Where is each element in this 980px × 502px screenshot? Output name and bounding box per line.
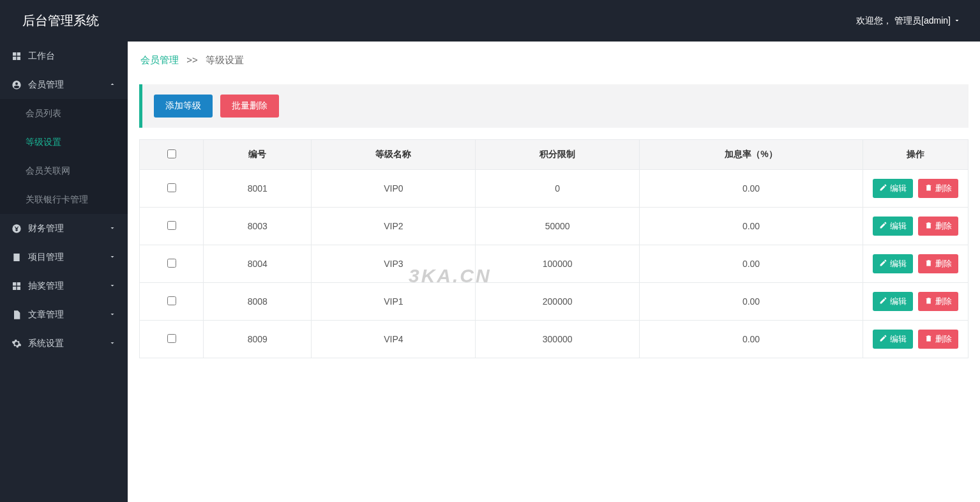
cell-name: VIP3 bbox=[312, 245, 476, 283]
cell-name: VIP1 bbox=[312, 283, 476, 321]
delete-button[interactable]: 删除 bbox=[918, 330, 958, 349]
user-circle-icon bbox=[11, 80, 22, 90]
sidebar-label: 项目管理 bbox=[28, 252, 64, 263]
cell-id: 8004 bbox=[204, 245, 312, 283]
table-row: 8001VIP000.00编辑删除 bbox=[140, 170, 969, 208]
edit-button[interactable]: 编辑 bbox=[873, 217, 913, 236]
edit-icon bbox=[879, 259, 887, 269]
clipboard-icon bbox=[11, 252, 22, 262]
trash-icon bbox=[924, 259, 933, 269]
cell-points: 200000 bbox=[476, 283, 640, 321]
table-row: 8008VIP12000000.00编辑删除 bbox=[140, 283, 969, 321]
chevron-down-icon bbox=[109, 338, 116, 349]
sidebar: 工作台 会员管理 会员列表 等级设置 会员关联网 关联银行卡管理 财务管理 bbox=[0, 42, 128, 502]
sidebar-label: 系统设置 bbox=[28, 338, 64, 349]
cell-points: 0 bbox=[476, 170, 640, 208]
breadcrumb: 会员管理 >> 等级设置 bbox=[128, 42, 980, 73]
th-rate: 加息率（%） bbox=[640, 140, 863, 170]
breadcrumb-current: 等级设置 bbox=[206, 54, 244, 65]
edit-button[interactable]: 编辑 bbox=[873, 330, 913, 349]
cell-name: VIP4 bbox=[312, 321, 476, 358]
breadcrumb-sep: >> bbox=[186, 54, 198, 65]
trash-icon bbox=[924, 296, 933, 307]
sidebar-subitem-bankcard[interactable]: 关联银行卡管理 bbox=[0, 185, 128, 214]
gift-icon bbox=[11, 281, 22, 291]
sidebar-label: 财务管理 bbox=[28, 223, 64, 234]
cell-rate: 0.00 bbox=[640, 283, 863, 321]
edit-icon bbox=[879, 183, 887, 194]
cell-id: 8001 bbox=[204, 170, 312, 208]
sidebar-item-member[interactable]: 会员管理 bbox=[0, 70, 128, 99]
sidebar-subitem-level-setting[interactable]: 等级设置 bbox=[0, 128, 128, 156]
toolbar: 添加等级 批量删除 bbox=[139, 84, 969, 128]
sidebar-item-finance[interactable]: 财务管理 bbox=[0, 214, 128, 243]
grid-icon bbox=[11, 51, 22, 61]
sidebar-label: 会员管理 bbox=[28, 79, 64, 91]
chevron-down-icon bbox=[109, 252, 116, 262]
cell-rate: 0.00 bbox=[640, 208, 863, 245]
delete-button[interactable]: 删除 bbox=[918, 254, 958, 273]
edit-icon bbox=[879, 296, 887, 307]
sidebar-item-article[interactable]: 文章管理 bbox=[0, 300, 128, 329]
topbar: 后台管理系统 欢迎您， 管理员[admin] bbox=[0, 0, 980, 42]
sidebar-item-dashboard[interactable]: 工作台 bbox=[0, 42, 128, 70]
row-check[interactable] bbox=[167, 334, 176, 343]
delete-button[interactable]: 删除 bbox=[918, 292, 958, 311]
cell-name: VIP2 bbox=[312, 208, 476, 245]
edit-icon bbox=[879, 221, 887, 231]
th-name: 等级名称 bbox=[312, 140, 476, 170]
cell-name: VIP0 bbox=[312, 170, 476, 208]
cell-points: 300000 bbox=[476, 321, 640, 358]
row-check[interactable] bbox=[167, 221, 176, 230]
table-row: 8009VIP43000000.00编辑删除 bbox=[140, 321, 969, 358]
add-level-button[interactable]: 添加等级 bbox=[154, 95, 213, 118]
th-check bbox=[140, 140, 204, 170]
th-id: 编号 bbox=[204, 140, 312, 170]
delete-button[interactable]: 删除 bbox=[918, 217, 958, 236]
cell-id: 8009 bbox=[204, 321, 312, 358]
row-check[interactable] bbox=[167, 183, 176, 192]
cell-points: 100000 bbox=[476, 245, 640, 283]
cell-id: 8003 bbox=[204, 208, 312, 245]
chevron-down-icon bbox=[109, 281, 116, 291]
sidebar-label: 抽奖管理 bbox=[28, 280, 64, 292]
row-check[interactable] bbox=[167, 296, 176, 305]
sidebar-item-project[interactable]: 项目管理 bbox=[0, 243, 128, 271]
gear-icon bbox=[11, 338, 22, 349]
edit-button[interactable]: 编辑 bbox=[873, 254, 913, 273]
cell-rate: 0.00 bbox=[640, 245, 863, 283]
user-role: 管理员[admin] bbox=[894, 15, 951, 27]
chevron-down-icon bbox=[953, 16, 961, 26]
cell-id: 8008 bbox=[204, 283, 312, 321]
trash-icon bbox=[924, 334, 933, 344]
sidebar-label: 文章管理 bbox=[28, 309, 64, 321]
user-menu[interactable]: 欢迎您， 管理员[admin] bbox=[856, 15, 961, 27]
edit-icon bbox=[879, 334, 887, 344]
cell-rate: 0.00 bbox=[640, 170, 863, 208]
chevron-down-icon bbox=[109, 310, 116, 320]
cell-rate: 0.00 bbox=[640, 321, 863, 358]
cell-points: 50000 bbox=[476, 208, 640, 245]
delete-button[interactable]: 删除 bbox=[918, 179, 958, 198]
app-title: 后台管理系统 bbox=[22, 12, 99, 29]
edit-button[interactable]: 编辑 bbox=[873, 179, 913, 198]
sidebar-item-system[interactable]: 系统设置 bbox=[0, 329, 128, 358]
sidebar-subitem-member-list[interactable]: 会员列表 bbox=[0, 99, 128, 128]
trash-icon bbox=[924, 183, 933, 194]
sidebar-subitem-member-network[interactable]: 会员关联网 bbox=[0, 156, 128, 185]
th-points: 积分限制 bbox=[476, 140, 640, 170]
sidebar-item-lottery[interactable]: 抽奖管理 bbox=[0, 271, 128, 300]
level-table: 编号 等级名称 积分限制 加息率（%） 操作 8001VIP000.00编辑删除… bbox=[139, 139, 969, 358]
welcome-text: 欢迎您， bbox=[856, 15, 892, 27]
edit-button[interactable]: 编辑 bbox=[873, 292, 913, 311]
chevron-down-icon bbox=[109, 224, 116, 234]
sidebar-sub-member: 会员列表 等级设置 会员关联网 关联银行卡管理 bbox=[0, 99, 128, 214]
yen-circle-icon bbox=[11, 224, 22, 234]
check-all[interactable] bbox=[167, 149, 176, 158]
table-row: 8003VIP2500000.00编辑删除 bbox=[140, 208, 969, 245]
breadcrumb-root[interactable]: 会员管理 bbox=[140, 54, 179, 65]
file-text-icon bbox=[11, 310, 22, 320]
row-check[interactable] bbox=[167, 259, 176, 268]
batch-delete-button[interactable]: 批量删除 bbox=[220, 95, 279, 118]
chevron-up-icon bbox=[109, 80, 116, 90]
